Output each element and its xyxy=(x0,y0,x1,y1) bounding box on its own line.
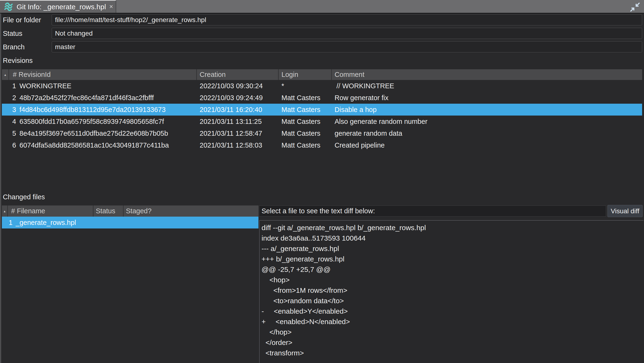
revision-creation: 2021/03/11 12:58:03 xyxy=(197,141,278,149)
revisions-header-creation[interactable]: Creation xyxy=(197,69,278,80)
revision-id: f4d84bc6d498ffdb813112d95e7da20139133673 xyxy=(20,106,166,113)
revisions-header-comment[interactable]: Comment xyxy=(332,69,642,80)
revision-creation: 2021/03/11 13:11:25 xyxy=(197,118,278,126)
revision-comment: Created pipeline xyxy=(332,141,642,149)
branch-label: Branch xyxy=(3,44,25,51)
collapse-icon[interactable] xyxy=(629,2,640,12)
revisions-section-label: Revisions xyxy=(3,57,33,64)
revision-login: Matt Casters xyxy=(278,118,332,126)
revision-id: 6074dfa5a8dd82586581ac10c430491877c411ba xyxy=(20,141,169,149)
status-label: Status xyxy=(3,30,22,37)
tab-close-icon[interactable]: × xyxy=(109,4,113,10)
revision-row[interactable]: 58e4a195f3697e6511d0dfbae275d22e608b7b05… xyxy=(2,127,642,139)
revisions-table: ▴ # RevisionId Creation Login Comment 1W… xyxy=(2,69,642,151)
changed-files-table: ▴ # Filename Status Staged? 1_generate_r… xyxy=(2,205,258,228)
changed-files-header-staged[interactable]: Staged? xyxy=(124,205,258,217)
revision-login: Matt Casters xyxy=(278,130,332,137)
revisions-header-login[interactable]: Login xyxy=(278,69,332,80)
revision-login: Matt Casters xyxy=(278,94,332,102)
sort-ascending-icon: ▴ xyxy=(4,209,6,213)
changed-files-section-label: Changed files xyxy=(3,193,45,200)
revision-row[interactable]: 248b72a2b452f27fec86c4fa871df46f3ac2fbff… xyxy=(2,92,642,104)
revision-id: 635800fdd17b0a65795f58c8939749805658fc7f xyxy=(20,118,164,125)
changed-files-sort-column-header[interactable]: ▴ xyxy=(2,205,8,217)
tab-git-info[interactable]: Git Info: _generate_rows.hpl × xyxy=(0,0,116,13)
revision-creation: 2022/10/03 09:24:49 xyxy=(197,94,278,102)
file-or-folder-label: File or folder xyxy=(3,16,41,24)
row-number: 1 xyxy=(8,219,12,227)
revisions-sort-column-header[interactable]: ▴ xyxy=(2,69,9,80)
diff-text: diff --git a/_generate_rows.hpl b/_gener… xyxy=(260,221,644,358)
changed-filename: _generate_rows.hpl xyxy=(16,219,76,226)
changed-file-row-selected[interactable]: 1_generate_rows.hpl xyxy=(2,217,258,228)
changed-files-header-status[interactable]: Status xyxy=(94,205,124,217)
revision-comment: generate random data xyxy=(332,130,642,137)
revision-login: Matt Casters xyxy=(278,106,332,114)
revision-login: * xyxy=(278,82,332,90)
sort-ascending-icon: ▴ xyxy=(4,73,6,77)
revision-id: WORKINGTREE xyxy=(20,82,71,90)
row-number: 1 xyxy=(9,82,16,90)
diff-text-area[interactable]: diff --git a/_generate_rows.hpl b/_gener… xyxy=(259,220,644,363)
row-number: 5 xyxy=(9,130,16,137)
status-input[interactable] xyxy=(52,28,642,39)
revision-comment: Also generate random number xyxy=(332,118,642,126)
revisions-table-header: ▴ # RevisionId Creation Login Comment xyxy=(2,69,642,80)
revisions-header-revisionid[interactable]: # RevisionId xyxy=(9,69,197,80)
tab-bar: Git Info: _generate_rows.hpl × xyxy=(0,0,644,14)
revision-login: Matt Casters xyxy=(278,141,332,149)
tab-title: Git Info: _generate_rows.hpl xyxy=(16,3,106,11)
row-number: 6 xyxy=(9,141,16,149)
revision-id: 48b72a2b452f27fec86c4fa871df46f3ac2fbfff xyxy=(20,94,154,102)
revision-creation: 2021/03/11 16:20:40 xyxy=(197,106,278,114)
revision-row-selected[interactable]: 3f4d84bc6d498ffdb813112d95e7da2013913367… xyxy=(2,104,642,116)
file-or-folder-input[interactable] xyxy=(52,14,642,25)
revision-row[interactable]: 66074dfa5a8dd82586581ac10c430491877c411b… xyxy=(2,139,642,151)
revision-comment: // WORKINGTREE xyxy=(332,82,642,90)
revision-creation: 2022/10/03 09:30:24 xyxy=(197,82,278,90)
revision-id: 8e4a195f3697e6511d0dfbae275d22e608b7b05b xyxy=(20,130,168,137)
row-number: 4 xyxy=(9,118,16,126)
diff-hint-label: Select a file to see the text diff below… xyxy=(259,205,606,217)
revision-creation: 2021/03/11 12:58:47 xyxy=(197,130,278,137)
branch-input[interactable] xyxy=(52,41,642,53)
row-number: 2 xyxy=(9,94,16,102)
visual-diff-button[interactable]: Visual diff xyxy=(608,205,642,217)
changed-files-table-header: ▴ # Filename Status Staged? xyxy=(2,205,258,217)
revision-row[interactable]: 4635800fdd17b0a65795f58c8939749805658fc7… xyxy=(2,116,642,127)
hop-waves-icon xyxy=(4,2,13,12)
revision-comment: Disable a hop xyxy=(332,106,642,114)
revision-row[interactable]: 1WORKINGTREE 2022/10/03 09:30:24 * // WO… xyxy=(2,80,642,92)
row-number: 3 xyxy=(9,106,16,114)
revision-comment: Row generator fix xyxy=(332,94,642,102)
changed-files-header-filename[interactable]: # Filename xyxy=(8,205,94,217)
